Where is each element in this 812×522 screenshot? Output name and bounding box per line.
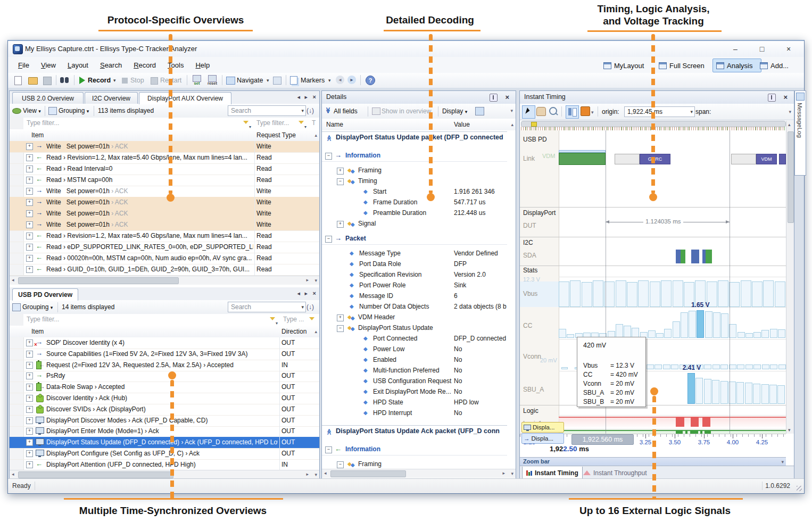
open-file-icon[interactable] <box>28 77 38 85</box>
split-columns-button[interactable] <box>566 105 579 119</box>
col-item[interactable]: Item <box>31 328 44 335</box>
expand-icon[interactable]: + <box>26 188 33 195</box>
expand-icon[interactable]: + <box>26 417 33 424</box>
table-row[interactable]: +←DisplayPort Attention (UFP_D connected… <box>10 459 319 470</box>
link-vdm-block[interactable]: VDM <box>756 154 777 164</box>
markers-caret-icon[interactable]: ▾ <box>328 78 331 83</box>
overview-hscrollbar[interactable]: ◂ ▸ ▾ <box>10 276 319 285</box>
pin-icon[interactable] <box>490 94 498 102</box>
direction-filter-input[interactable]: Type ... <box>280 314 311 326</box>
record-button[interactable]: Record <box>88 77 111 84</box>
table-row[interactable]: +DisplayPort Enter Mode (Mode=1) › AckOU… <box>10 426 319 437</box>
tab-scroll-right-icon[interactable]: ▸ <box>304 94 308 101</box>
col-request-type[interactable]: Request Type <box>256 131 296 139</box>
menu-tools[interactable]: Tools <box>162 61 189 69</box>
tab-instant-timing[interactable]: Instant Timing <box>522 467 583 479</box>
table-row[interactable]: +→PsRdyOUT <box>10 370 319 382</box>
scroll-down-icon[interactable]: ▾ <box>788 427 791 433</box>
save-icon[interactable] <box>43 77 52 85</box>
expand-icon[interactable]: + <box>26 221 33 228</box>
display-dropdown[interactable]: Display ▾ <box>442 107 467 115</box>
pan-hand-icon[interactable] <box>536 107 546 116</box>
scroll-right-icon[interactable]: ▸ <box>502 470 505 476</box>
overlay-chip-packet[interactable]: →Displa... <box>521 433 564 444</box>
follow-antenna-icon[interactable]: (↓) <box>306 107 314 114</box>
scroll-left-icon[interactable]: ◂ <box>324 470 327 476</box>
table-row[interactable]: +→Write Set power=01h › ACKWrite <box>10 197 319 209</box>
collapse-icon[interactable]: − <box>337 461 344 468</box>
minimize-button[interactable]: – <box>727 43 743 55</box>
scroll-left-icon[interactable]: ◂ <box>12 277 14 283</box>
scroll-right-icon[interactable]: ▸ <box>306 277 309 283</box>
table-row[interactable]: +→Data-Role Swap › AcceptedOUT <box>10 382 319 393</box>
stop-button[interactable]: Stop <box>130 77 144 84</box>
expand-icon[interactable]: + <box>337 221 344 228</box>
collapse-icon[interactable]: − <box>337 325 344 332</box>
trigger-reset-button[interactable]: reset <box>206 75 219 86</box>
table-row[interactable]: +←Read › Read Interval=0Read <box>10 163 319 175</box>
table-row[interactable]: +→Source Capabilities (1=Fixed 5V 2A, 2=… <box>10 349 319 360</box>
scroll-up-icon[interactable]: ▴ <box>788 122 791 127</box>
tab-close-icon[interactable]: × <box>313 94 316 100</box>
cursor-line[interactable] <box>730 130 730 434</box>
item-filter-input[interactable]: Type filter... <box>23 314 272 326</box>
col-item[interactable]: Item <box>31 131 44 139</box>
details-titlebar[interactable]: Details × <box>322 91 516 104</box>
table-row[interactable]: +DisplayPort Discover Modes › Ack (UFP_D… <box>10 415 319 427</box>
table-row[interactable]: +→Write Set power=01h › ACKWrite <box>10 186 319 197</box>
table-row[interactable]: +←Read › Revision=1.2, Max rate=5.40 Gbp… <box>10 230 319 242</box>
menu-record[interactable]: Record <box>128 61 162 69</box>
table-row[interactable]: +Discover Identity › Ack (Hub)OUT <box>10 393 319 404</box>
expand-icon[interactable]: + <box>26 406 33 413</box>
tab-instant-throughput[interactable]: Instant Throughput <box>579 467 651 479</box>
expand-icon[interactable]: + <box>26 210 33 217</box>
prev-marker-icon[interactable]: ◂ <box>336 76 344 84</box>
table-row[interactable]: +←Read › eDP_SUPPORTED_LINK_RATES_0=00h,… <box>10 242 319 253</box>
timing-titlebar[interactable]: Instant Timing × <box>520 91 794 104</box>
expand-icon[interactable]: + <box>26 461 33 468</box>
view-dropdown[interactable]: View ▾ <box>23 107 41 114</box>
expand-icon[interactable]: + <box>337 168 344 175</box>
record-caret-icon[interactable]: ▾ <box>113 78 116 83</box>
filter-funnel-cell[interactable] <box>308 314 320 326</box>
scroll-left-icon[interactable]: ◂ <box>12 471 14 477</box>
maximize-button[interactable]: □ <box>754 43 770 55</box>
table-row[interactable]: +→Write Set power=01h › ACKWrite <box>10 141 319 153</box>
layout-button-mylayout[interactable]: MyLayout <box>600 59 659 72</box>
table-row[interactable]: +Discover SVIDs › Ack (DisplayPort)OUT <box>10 404 319 416</box>
expand-icon[interactable]: + <box>26 372 33 379</box>
search-input[interactable]: Search▾ <box>228 302 306 312</box>
item-filter-input[interactable]: Type filter... <box>23 118 245 129</box>
layout-button-analysis[interactable]: Analysis <box>712 59 761 72</box>
table-row[interactable]: +→×SOP' Discover Identity (x 4)OUT <box>10 337 319 349</box>
table-row[interactable]: +DisplayPort Status Update (DFP_D connec… <box>10 437 319 449</box>
help-icon[interactable]: ? <box>366 76 375 85</box>
expand-icon[interactable]: + <box>337 314 344 321</box>
table-row[interactable]: +←Request (2=Fixed 12V 3A, Requested 2.5… <box>10 360 319 371</box>
tab-scroll-left-icon[interactable]: ◂ <box>297 94 300 101</box>
expand-icon[interactable]: + <box>26 362 33 369</box>
markers-button[interactable]: Markers <box>301 77 325 84</box>
collapse-icon[interactable]: − <box>325 236 332 243</box>
menu-layout[interactable]: Layout <box>62 61 94 69</box>
expand-icon[interactable]: + <box>26 233 33 239</box>
find-icon[interactable] <box>60 77 64 83</box>
expand-icon[interactable]: + <box>26 244 33 251</box>
navigate-button[interactable]: Navigate <box>237 77 263 84</box>
grouping-dropdown[interactable]: Grouping ▾ <box>22 303 53 311</box>
overlay-chip-displayport[interactable]: Displa... <box>521 422 564 433</box>
expand-icon[interactable]: + <box>26 450 33 457</box>
menu-help[interactable]: Help <box>189 61 216 69</box>
restart-icon[interactable] <box>151 77 158 85</box>
grouping-dropdown[interactable]: Grouping ▾ <box>59 107 89 114</box>
tab-usb-pd-overview[interactable]: USB PD Overview <box>12 288 78 301</box>
expand-icon[interactable]: + <box>26 154 33 161</box>
collapse-icon[interactable]: − <box>325 153 332 160</box>
title-bar[interactable]: My Ellisys Capture.ctrt - Ellisys Type-C… <box>8 41 804 57</box>
table-row[interactable]: +←Read › MSTM cap=00hRead <box>10 175 319 186</box>
details-hscrollbar[interactable]: ◂ ▸ ▾ <box>322 469 516 478</box>
search-input[interactable]: Search▾ <box>228 105 306 116</box>
collapse-icon[interactable]: − <box>325 446 332 453</box>
col-value[interactable]: Value <box>454 121 470 128</box>
col-name[interactable]: Name <box>326 121 343 128</box>
